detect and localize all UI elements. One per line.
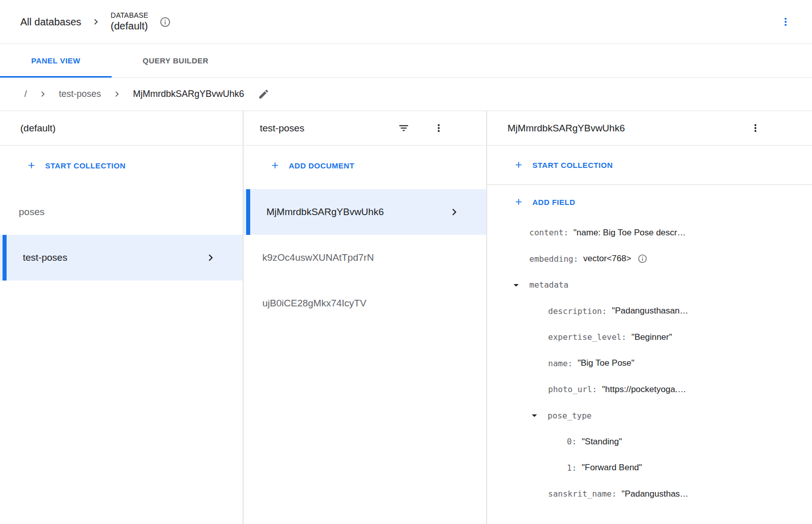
edit-pencil-icon[interactable] <box>258 88 269 100</box>
collection-panel-header: test-poses <box>244 111 486 146</box>
document-panel-header: MjMmrdbkSARgYBvwUhk6 <box>487 111 812 146</box>
kebab-menu-icon[interactable] <box>777 14 794 30</box>
plus-icon <box>26 160 37 170</box>
field-row-sanskrit-name[interactable]: sanskrit_name: "Padangusthas… <box>487 481 812 507</box>
plus-icon <box>514 160 524 170</box>
chevron-right-icon <box>448 205 461 219</box>
breadcrumb-document: MjMmrdbkSARgYBvwUhk6 <box>133 89 244 99</box>
selected-indicator <box>3 235 7 281</box>
tab-query-builder[interactable]: QUERY BUILDER <box>112 44 240 77</box>
document-item[interactable]: MjMmrdbkSARgYBvwUhk6 <box>244 189 486 235</box>
field-row-pose-type-0[interactable]: 0: "Standing" <box>487 429 812 455</box>
info-icon[interactable] <box>637 254 648 264</box>
breadcrumb: / test-poses MjMmrdbkSARgYBvwUhk6 <box>0 78 812 111</box>
collection-list: poses test-poses <box>0 189 243 281</box>
collection-item-poses[interactable]: poses <box>0 189 243 235</box>
breadcrumb-root[interactable]: / <box>24 89 27 99</box>
document-panel: MjMmrdbkSARgYBvwUhk6 START COLLECTION AD… <box>487 111 812 524</box>
filter-icon[interactable] <box>398 122 410 134</box>
start-collection-button[interactable]: START COLLECTION <box>487 146 812 185</box>
breadcrumb-collection[interactable]: test-poses <box>59 89 101 99</box>
document-item[interactable]: ujB0iCE28gMkx74IcyTV <box>244 281 486 326</box>
database-name: (default) <box>111 20 148 32</box>
field-row-content[interactable]: content: "name: Big Toe Pose descr… <box>487 220 812 246</box>
all-databases-link[interactable]: All databases <box>20 16 81 28</box>
panel-view: (default) START COLLECTION poses test-po… <box>0 111 812 524</box>
chevron-right-icon <box>90 16 101 27</box>
info-icon[interactable] <box>159 16 171 28</box>
collection-item-test-poses[interactable]: test-poses <box>0 235 243 281</box>
selected-indicator <box>246 189 250 235</box>
field-row-name[interactable]: name: "Big Toe Pose" <box>487 351 812 377</box>
tab-panel-view[interactable]: PANEL VIEW <box>0 44 112 77</box>
chevron-right-icon <box>112 89 122 99</box>
kebab-menu-icon[interactable] <box>433 122 445 134</box>
field-row-pose-type[interactable]: pose_type <box>487 403 812 429</box>
collapse-arrow-icon[interactable] <box>528 409 540 422</box>
field-row-metadata[interactable]: metadata <box>487 272 812 298</box>
field-row-embedding[interactable]: embedding: vector<768> <box>487 246 812 272</box>
field-row-photo-url[interactable]: photo_url: "https://pocketyoga.… <box>487 376 812 403</box>
database-panel-title: (default) <box>20 123 56 134</box>
database-label: DATABASE <box>111 11 148 20</box>
field-tree: content: "name: Big Toe Pose descr… embe… <box>487 219 812 507</box>
document-panel-title: MjMmrdbkSARgYBvwUhk6 <box>507 123 625 134</box>
document-list: MjMmrdbkSARgYBvwUhk6 k9zOc4uswXUNAtTpd7r… <box>244 189 486 326</box>
database-panel-header: (default) <box>0 111 243 146</box>
field-row-pose-type-1[interactable]: 1: "Forward Bend" <box>487 455 812 481</box>
collapse-arrow-icon[interactable] <box>510 279 522 291</box>
field-row-description[interactable]: description: "Padangusthasan… <box>487 298 812 325</box>
add-document-button[interactable]: ADD DOCUMENT <box>244 146 486 185</box>
document-item[interactable]: k9zOc4uswXUNAtTpd7rN <box>244 235 486 281</box>
view-tabs: PANEL VIEW QUERY BUILDER <box>0 44 812 78</box>
kebab-menu-icon[interactable] <box>750 122 761 134</box>
start-collection-button[interactable]: START COLLECTION <box>0 146 243 185</box>
add-field-button[interactable]: ADD FIELD <box>487 185 812 219</box>
chevron-right-icon <box>38 89 48 99</box>
plus-icon <box>514 197 524 207</box>
plus-icon <box>270 160 280 170</box>
top-bar: All databases DATABASE (default) <box>0 0 812 44</box>
database-selector[interactable]: DATABASE (default) <box>111 11 148 32</box>
chevron-right-icon <box>204 251 217 264</box>
database-panel: (default) START COLLECTION poses test-po… <box>0 111 244 524</box>
field-row-expertise-level[interactable]: expertise_level: "Beginner" <box>487 324 812 351</box>
collection-panel: test-poses ADD DOCUMENT MjMmrdbkSARgYBvw… <box>244 111 487 524</box>
collection-panel-title: test-poses <box>260 123 304 134</box>
